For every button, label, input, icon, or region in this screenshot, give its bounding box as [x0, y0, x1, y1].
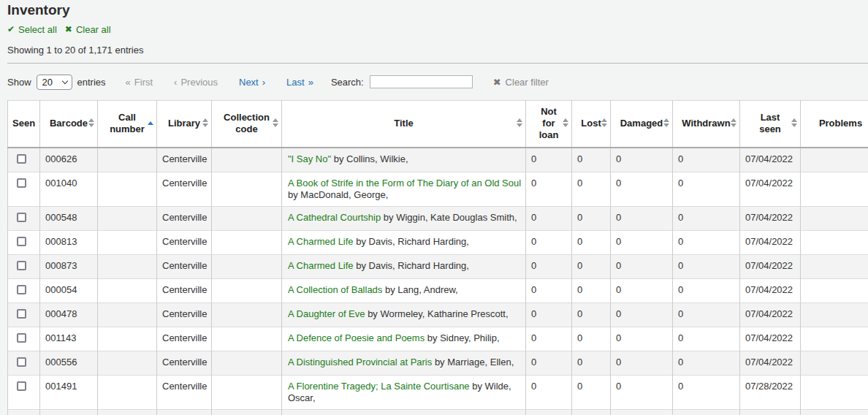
- problems-cell: [801, 327, 868, 351]
- pagination-next-button[interactable]: Next ›: [239, 77, 265, 88]
- col-header-lost[interactable]: Lost: [572, 101, 611, 148]
- title-link[interactable]: A Distinguished Provincial at Paris: [288, 357, 432, 368]
- lost-cell: 0: [572, 351, 611, 375]
- barcode-cell: 000054: [40, 278, 98, 302]
- col-header-barcode[interactable]: Barcode: [40, 101, 98, 148]
- table-row: 001491 Centerville A Florentine Tragedy;…: [8, 375, 868, 409]
- sort-icon-collection-code: [273, 118, 278, 127]
- pagination-previous-button[interactable]: ‹ Previous: [174, 77, 218, 88]
- seen-checkbox[interactable]: [17, 381, 26, 391]
- select-all-label: Select all: [18, 24, 57, 35]
- sort-icon-not-for-loan: [563, 118, 568, 127]
- title-link[interactable]: A Charmed Life: [288, 260, 354, 271]
- col-header-title[interactable]: Title: [282, 101, 526, 148]
- seen-checkbox[interactable]: [17, 237, 26, 246]
- title-link[interactable]: A Charmed Life: [288, 236, 354, 247]
- seen-checkbox[interactable]: [17, 309, 26, 319]
- author-text: by Davis, Richard Harding,: [356, 260, 469, 271]
- seen-checkbox[interactable]: [17, 261, 26, 270]
- seen-cell: [8, 148, 40, 172]
- clear-filter-button[interactable]: ✖ Clear filter: [493, 77, 549, 88]
- pagination-first-label: First: [134, 77, 153, 88]
- col-header-last-seen[interactable]: Last seen: [740, 101, 801, 148]
- title-cell: A Charmed Life by Davis, Richard Harding…: [282, 230, 526, 254]
- col-header-seen: Seen: [8, 101, 40, 148]
- lost-cell: 0: [572, 254, 611, 278]
- title-link[interactable]: A Defence of Poesie and Poems: [288, 332, 425, 343]
- not-for-loan-cell: 0: [526, 148, 572, 172]
- select-all-button[interactable]: ✔ Select all: [7, 24, 57, 35]
- collection-code-cell: [212, 172, 282, 206]
- collection-code-cell: [212, 254, 282, 278]
- seen-checkbox[interactable]: [17, 178, 26, 188]
- title-cell: A Florentine Tragedy; La Sainte Courtisa…: [282, 375, 526, 409]
- seen-checkbox[interactable]: [17, 333, 26, 343]
- author-text: by Wormeley, Katharine Prescott,: [368, 308, 508, 319]
- seen-checkbox[interactable]: [17, 357, 26, 367]
- title-link[interactable]: A Cathedral Courtship: [288, 212, 381, 223]
- col-header-damaged[interactable]: Damaged: [611, 101, 673, 148]
- page-length-select-wrap: 20: [37, 75, 72, 90]
- call-number-cell: [98, 278, 157, 302]
- lost-cell: 0: [572, 206, 611, 230]
- title-link[interactable]: A Collection of Ballads: [288, 284, 382, 295]
- library-cell: Centerville: [157, 278, 212, 302]
- sort-icon-damaged: [663, 118, 669, 127]
- library-cell: Centerville: [157, 302, 212, 327]
- clear-all-button[interactable]: ✖ Clear all: [65, 24, 111, 35]
- last-seen-cell: 07/04/2022: [740, 409, 801, 415]
- not-for-loan-cell: 0: [526, 278, 572, 302]
- seen-cell: [8, 409, 40, 415]
- withdrawn-cell: 0: [673, 327, 740, 351]
- author-text: by Davis, Richard Harding,: [356, 236, 469, 247]
- withdrawn-cell: 0: [673, 230, 740, 254]
- col-header-call-number[interactable]: Call number: [98, 101, 157, 148]
- title-link[interactable]: A Daughter of Eve: [288, 308, 365, 319]
- call-number-cell: [98, 327, 157, 351]
- title-cell: A Collection of Ballads by Lang, Andrew,: [282, 278, 526, 302]
- sort-icon-lost: [601, 118, 607, 127]
- title-link[interactable]: "I Say No": [288, 153, 331, 164]
- col-header-library[interactable]: Library: [157, 101, 212, 148]
- problems-cell: [801, 206, 868, 230]
- page-length-select[interactable]: 20: [37, 75, 72, 90]
- not-for-loan-cell: 0: [526, 206, 572, 230]
- barcode-cell: 001143: [40, 327, 98, 351]
- seen-checkbox[interactable]: [17, 285, 26, 294]
- author-text: by Wiggin, Kate Douglas Smith,: [384, 212, 517, 223]
- author-text: by Marriage, Ellen,: [435, 357, 514, 368]
- library-cell: Centerville: [157, 148, 212, 172]
- last-seen-cell: 07/04/2022: [740, 302, 801, 327]
- show-label: Show: [7, 77, 31, 88]
- pagination-first-button[interactable]: « First: [126, 77, 153, 88]
- bulk-actions-bar: ✔ Select all ✖ Clear all: [7, 23, 868, 36]
- lost-cell: 0: [572, 230, 611, 254]
- title-link[interactable]: A Florentine Tragedy; La Sainte Courtisa…: [288, 381, 470, 392]
- title-link[interactable]: A Book of Strife in the Form of The Diar…: [288, 178, 521, 189]
- author-text: by Collins, Wilkie,: [334, 153, 408, 164]
- seen-checkbox[interactable]: [17, 213, 26, 222]
- withdrawn-cell: 0: [673, 351, 740, 375]
- title-cell: A Gentleman of France : by Weyman, Stanl…: [282, 409, 526, 415]
- collection-code-cell: [212, 148, 282, 172]
- author-text: by Sidney, Philip,: [427, 332, 500, 343]
- search-input[interactable]: [370, 75, 473, 88]
- seen-checkbox[interactable]: [17, 154, 26, 164]
- col-header-collection-code[interactable]: Collection code: [212, 101, 282, 148]
- title-cell: "I Say No" by Collins, Wilkie,: [282, 148, 526, 172]
- barcode-cell: 001491: [40, 375, 98, 409]
- last-seen-cell: 07/04/2022: [740, 254, 801, 278]
- table-row: 000873 Centerville A Charmed Life by Dav…: [8, 254, 868, 278]
- showing-entries-text: Showing 1 to 20 of 1,171 entries: [7, 36, 868, 63]
- x-icon: ✖: [493, 77, 501, 87]
- barcode-cell: 000556: [40, 351, 98, 375]
- collection-code-cell: [212, 302, 282, 327]
- inventory-table: Seen Barcode Call number Library Collect…: [7, 100, 868, 415]
- not-for-loan-cell: 0: [526, 302, 572, 327]
- col-header-problems[interactable]: Problems: [801, 101, 868, 148]
- title-cell: A Charmed Life by Davis, Richard Harding…: [282, 254, 526, 278]
- col-header-withdrawn[interactable]: Withdrawn: [673, 101, 740, 148]
- pagination-last-button[interactable]: Last »: [286, 77, 313, 88]
- col-header-not-for-loan[interactable]: Not for loan: [526, 101, 572, 148]
- not-for-loan-cell: 0: [526, 375, 572, 409]
